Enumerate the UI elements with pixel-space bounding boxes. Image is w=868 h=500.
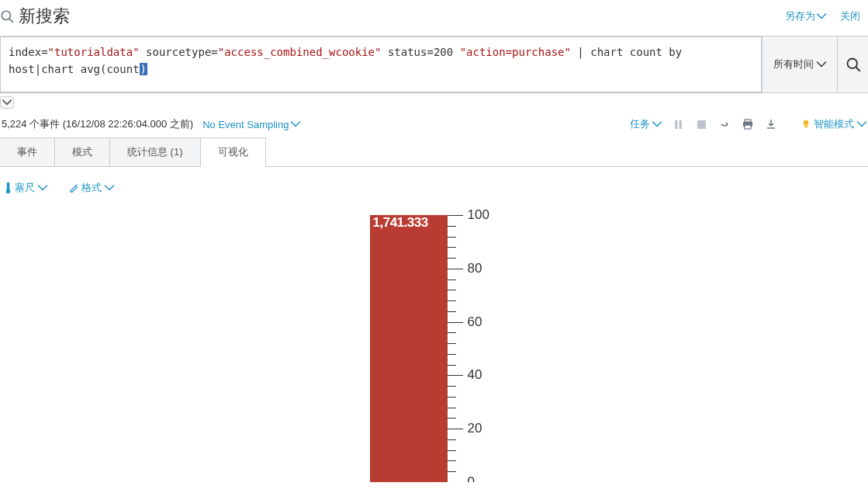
tick-label: 20 bbox=[468, 421, 482, 436]
svg-rect-6 bbox=[697, 120, 706, 129]
search-bar: index="tutorialdata" sourcetype="access_… bbox=[0, 36, 868, 93]
tab-visualization[interactable]: 可视化 bbox=[201, 137, 266, 167]
svg-point-10 bbox=[804, 120, 809, 126]
q-st-kw: sourcetype= bbox=[140, 46, 218, 58]
q-status: status=200 bbox=[381, 46, 459, 58]
mode-label: 智能模式 bbox=[814, 117, 854, 131]
job-menu[interactable]: 任务 bbox=[630, 117, 662, 131]
search-history-row bbox=[0, 93, 868, 111]
chevron-down-icon bbox=[105, 183, 114, 193]
svg-rect-5 bbox=[679, 120, 681, 129]
search-icon bbox=[0, 9, 14, 23]
chevron-down-icon bbox=[291, 120, 300, 129]
job-label: 任务 bbox=[630, 117, 650, 131]
minor-tick bbox=[448, 280, 456, 280]
search-history-dropdown[interactable] bbox=[0, 96, 14, 109]
title-actions: 另存为 关闭 bbox=[785, 9, 860, 23]
svg-point-13 bbox=[6, 189, 10, 193]
print-icon bbox=[742, 119, 753, 130]
pause-icon bbox=[674, 120, 683, 129]
viz-type-label: 塞尺 bbox=[15, 181, 35, 195]
minor-tick bbox=[448, 300, 456, 301]
chevron-down-icon bbox=[857, 120, 866, 129]
filler-gauge: 1,741.333 020406080100 bbox=[370, 212, 499, 482]
gauge-scale: 020406080100 bbox=[448, 215, 499, 482]
event-count: 5,224 个事件 (16/12/08 22:26:04.000 之前) bbox=[2, 117, 193, 131]
tick-label: 40 bbox=[468, 367, 482, 383]
gauge-value-label: 1,741.333 bbox=[373, 215, 428, 231]
minor-tick bbox=[448, 226, 456, 227]
tick-label: 80 bbox=[468, 261, 482, 276]
close-link[interactable]: 关闭 bbox=[840, 9, 860, 23]
export-button[interactable] bbox=[764, 119, 778, 130]
svg-line-1 bbox=[9, 19, 13, 23]
minor-tick bbox=[448, 439, 456, 440]
stop-icon bbox=[697, 120, 706, 129]
minor-tick bbox=[448, 397, 456, 398]
print-button[interactable] bbox=[741, 119, 755, 130]
save-as-label: 另存为 bbox=[785, 9, 815, 23]
q-action: "action=purchase" bbox=[460, 46, 571, 58]
tab-statistics[interactable]: 统计信息 (1) bbox=[110, 137, 201, 166]
minor-tick bbox=[448, 237, 456, 238]
q-index-val: "tutorialdata" bbox=[48, 46, 140, 58]
q-pipe1: | chart count by bbox=[571, 46, 682, 58]
major-tick bbox=[448, 322, 463, 323]
minor-tick bbox=[448, 408, 456, 408]
pause-button[interactable] bbox=[671, 120, 685, 129]
minor-tick bbox=[448, 332, 456, 333]
lightbulb-icon bbox=[801, 120, 811, 129]
minor-tick bbox=[448, 290, 456, 290]
minor-tick bbox=[448, 311, 456, 312]
search-icon bbox=[846, 57, 861, 72]
minor-tick bbox=[448, 343, 456, 344]
viz-format-label: 格式 bbox=[81, 181, 102, 195]
tab-patterns[interactable]: 模式 bbox=[55, 137, 110, 166]
paintbrush-icon bbox=[69, 183, 78, 193]
time-range-picker[interactable]: 所有时间 bbox=[762, 36, 837, 92]
svg-line-3 bbox=[856, 68, 859, 71]
event-sampling-dropdown[interactable]: No Event Sampling bbox=[202, 119, 300, 130]
chevron-down-icon bbox=[652, 120, 662, 129]
page-header: 新搜索 另存为 关闭 bbox=[0, 0, 868, 36]
stop-button[interactable] bbox=[694, 120, 708, 129]
run-search-button[interactable] bbox=[837, 36, 868, 92]
tick-label: 0 bbox=[468, 474, 475, 482]
save-as-link[interactable]: 另存为 bbox=[785, 9, 826, 23]
sampling-label: No Event Sampling bbox=[202, 119, 289, 130]
major-tick bbox=[448, 215, 463, 216]
svg-rect-4 bbox=[675, 120, 677, 129]
viz-type-picker[interactable]: 塞尺 bbox=[5, 181, 47, 195]
minor-tick bbox=[448, 471, 456, 472]
minor-tick bbox=[448, 460, 456, 461]
chevron-down-icon bbox=[2, 98, 12, 107]
q-index-kw: index= bbox=[9, 46, 48, 58]
search-input[interactable]: index="tutorialdata" sourcetype="access_… bbox=[0, 36, 762, 92]
svg-rect-7 bbox=[745, 120, 751, 122]
tab-events[interactable]: 事件 bbox=[0, 137, 55, 166]
download-icon bbox=[766, 119, 776, 130]
viz-format-picker[interactable]: 格式 bbox=[69, 181, 114, 195]
time-range-label: 所有时间 bbox=[773, 57, 814, 71]
minor-tick bbox=[448, 354, 456, 355]
search-mode-dropdown[interactable]: 智能模式 bbox=[801, 117, 866, 131]
q-st-val: "access_combined_wcookie" bbox=[218, 46, 382, 58]
minor-tick bbox=[448, 418, 456, 418]
major-tick bbox=[448, 269, 463, 269]
svg-point-2 bbox=[847, 59, 857, 69]
q-line2: host|chart avg(count bbox=[9, 63, 140, 75]
viz-toolbar: 塞尺 格式 bbox=[0, 167, 868, 204]
chevron-down-icon bbox=[817, 60, 826, 69]
status-bar: 5,224 个事件 (16/12/08 22:26:04.000 之前) No … bbox=[0, 111, 868, 137]
gauge-fill: 1,741.333 bbox=[370, 215, 448, 482]
chart-area: 1,741.333 020406080100 bbox=[0, 204, 868, 482]
svg-point-0 bbox=[2, 11, 10, 19]
share-icon bbox=[719, 119, 730, 130]
minor-tick bbox=[448, 450, 456, 451]
major-tick bbox=[448, 429, 463, 429]
major-tick bbox=[448, 375, 463, 376]
q-caret-sel: ) bbox=[140, 63, 147, 75]
tick-label: 60 bbox=[468, 314, 482, 330]
share-button[interactable] bbox=[718, 119, 731, 130]
minor-tick bbox=[448, 365, 456, 366]
